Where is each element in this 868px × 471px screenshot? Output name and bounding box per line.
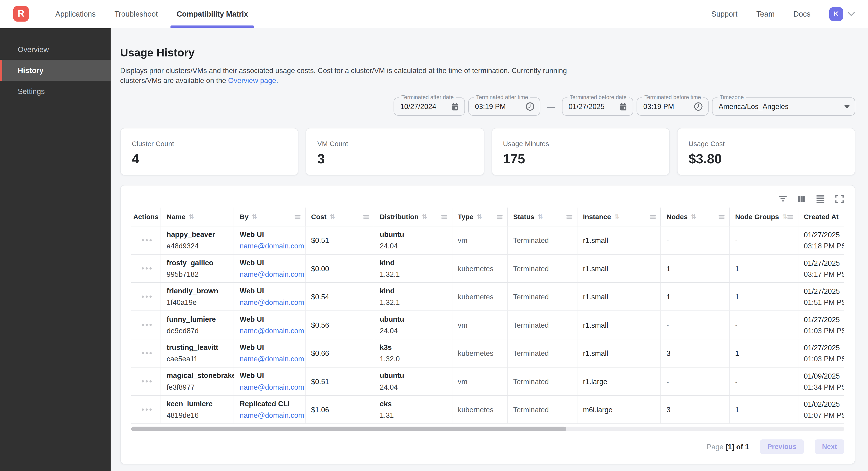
cell-by: Web UI name@domain.com <box>234 226 306 254</box>
distribution-version: 1.32.1 <box>380 298 447 307</box>
distribution-version: 1.32.0 <box>380 355 447 363</box>
col-header-cost[interactable]: Cost⇅ <box>306 208 374 226</box>
row-actions-button[interactable] <box>140 378 153 385</box>
column-menu-icon[interactable] <box>566 215 572 218</box>
cell-cost: $0.51 <box>306 367 374 395</box>
created-date: 01/27/2025 <box>804 259 840 267</box>
created-by-email-link[interactable]: name@domain.com <box>240 298 304 307</box>
distribution-name: ubuntu <box>380 372 447 380</box>
row-actions-button[interactable] <box>140 237 153 243</box>
instance-value: r1.large <box>583 377 656 385</box>
row-actions-button[interactable] <box>140 265 153 272</box>
col-header-node-groups[interactable]: Node Groups⇅ <box>730 208 798 226</box>
row-actions-button[interactable] <box>140 350 153 356</box>
row-actions-button[interactable] <box>140 322 153 328</box>
date-range-separator: — <box>547 102 555 111</box>
col-header-nodes[interactable]: Nodes⇅ <box>661 208 730 226</box>
account-menu[interactable]: K <box>829 7 855 21</box>
stat-label: Cluster Count <box>132 140 287 148</box>
created-date: 01/27/2025 <box>804 315 840 324</box>
column-menu-icon[interactable] <box>650 215 656 218</box>
created-by-email-link[interactable]: name@domain.com <box>240 326 304 335</box>
link-docs[interactable]: Docs <box>793 10 810 18</box>
cell-cost: $0.56 <box>306 311 374 339</box>
col-header-distribution[interactable]: Distribution⇅ <box>374 208 452 226</box>
created-by-email-link[interactable]: name@domain.com <box>240 411 304 420</box>
column-menu-icon[interactable] <box>294 215 300 218</box>
brand-logo[interactable]: R <box>0 0 46 28</box>
distribution-version: 1.31 <box>380 411 447 420</box>
created-by-email-link[interactable]: name@domain.com <box>240 242 304 250</box>
terminated-after-time-field[interactable]: Terminated after time 03:19 PM <box>468 97 540 116</box>
column-menu-icon[interactable] <box>787 215 793 218</box>
page-indicator: Page [1] of 1 <box>707 442 749 451</box>
table-row: funny_lumiere de9ed87d Web UI name@domai… <box>131 311 844 339</box>
created-by-email-link[interactable]: name@domain.com <box>240 355 304 363</box>
overview-page-link[interactable]: Overview page <box>228 76 276 85</box>
clock-icon[interactable] <box>520 102 535 111</box>
avatar[interactable]: K <box>829 7 843 21</box>
node-groups-value: - <box>735 377 793 385</box>
column-menu-icon[interactable] <box>718 215 724 218</box>
created-by-email-link[interactable]: name@domain.com <box>240 383 304 391</box>
fullscreen-icon[interactable] <box>834 194 844 204</box>
cell-status: Terminated <box>508 396 578 423</box>
cluster-name: funny_lumiere <box>166 315 229 323</box>
sidebar-item-history[interactable]: History <box>0 60 111 81</box>
col-header-instance[interactable]: Instance⇅ <box>577 208 661 226</box>
clock-icon[interactable] <box>688 102 703 111</box>
col-header-status[interactable]: Status⇅ <box>508 208 578 226</box>
created-date: 01/09/2025 <box>804 372 840 380</box>
density-icon[interactable] <box>815 194 826 204</box>
calendar-icon[interactable] <box>445 102 459 111</box>
tab-applications[interactable]: Applications <box>49 0 102 28</box>
cell-distribution: k3s 1.32.0 <box>374 339 452 367</box>
cell-nodes: 1 <box>661 255 730 282</box>
sidebar-item-settings[interactable]: Settings <box>0 81 111 102</box>
sidebar-item-overview[interactable]: Overview <box>0 39 111 60</box>
distribution-name: k3s <box>380 343 447 351</box>
row-actions-button[interactable] <box>140 293 153 300</box>
link-team[interactable]: Team <box>756 10 774 18</box>
calendar-icon[interactable] <box>614 102 628 111</box>
col-header-by[interactable]: By⇅ <box>234 208 306 226</box>
page-description: Displays prior clusters/VMs and their as… <box>120 66 855 86</box>
col-header-name[interactable]: Name⇅ <box>161 208 234 226</box>
created-time: 01:03 PM PST <box>804 354 840 363</box>
columns-icon[interactable] <box>797 194 806 204</box>
col-header-type[interactable]: Type⇅ <box>452 208 507 226</box>
horizontal-scrollbar-track[interactable] <box>131 427 844 431</box>
timezone-select[interactable]: Timezone America/Los_Angeles <box>712 97 855 116</box>
column-menu-icon[interactable] <box>363 215 369 218</box>
cell-name: keen_lumiere 4819de16 <box>161 396 234 423</box>
tab-compatibility-matrix[interactable]: Compatibility Matrix <box>170 0 254 28</box>
terminated-before-time-field[interactable]: Terminated before time 03:19 PM <box>637 97 709 116</box>
col-header-created-at[interactable]: Created At↓ <box>798 208 844 226</box>
terminated-after-date-field[interactable]: Terminated after date 10/27/2024 <box>394 97 465 116</box>
cell-cost: $0.66 <box>306 339 374 367</box>
link-support[interactable]: Support <box>711 10 738 18</box>
column-menu-icon[interactable] <box>441 215 447 218</box>
previous-page-button[interactable]: Previous <box>760 439 804 454</box>
cost-value: $1.06 <box>311 405 369 414</box>
cell-type: kubernetes <box>452 255 507 282</box>
table-body: happy_beaver a48d9324 Web UI name@domain… <box>131 226 844 424</box>
usage-table: Actions Name⇅ By⇅ Cost⇅ Distribution⇅ <box>131 208 844 424</box>
cell-node-groups: - <box>730 367 798 395</box>
created-time: 03:18 PM PST <box>804 241 840 250</box>
tab-troubleshoot[interactable]: Troubleshoot <box>108 0 164 28</box>
created-by-email-link[interactable]: name@domain.com <box>240 270 304 278</box>
status-badge: Terminated <box>513 292 572 301</box>
instance-value: r1.small <box>583 264 656 273</box>
next-page-button[interactable]: Next <box>815 439 844 454</box>
replicated-logo-icon[interactable]: R <box>13 6 29 22</box>
horizontal-scrollbar-thumb[interactable] <box>131 427 566 431</box>
cell-actions <box>131 283 161 311</box>
col-header-actions: Actions <box>131 208 161 226</box>
stat-card: VM Count 3 <box>306 128 484 176</box>
filter-icon[interactable] <box>778 194 787 204</box>
created-date: 01/27/2025 <box>804 287 840 295</box>
terminated-before-date-field[interactable]: Terminated before date 01/27/2025 <box>562 97 633 116</box>
column-menu-icon[interactable] <box>497 215 503 218</box>
row-actions-button[interactable] <box>140 406 153 413</box>
